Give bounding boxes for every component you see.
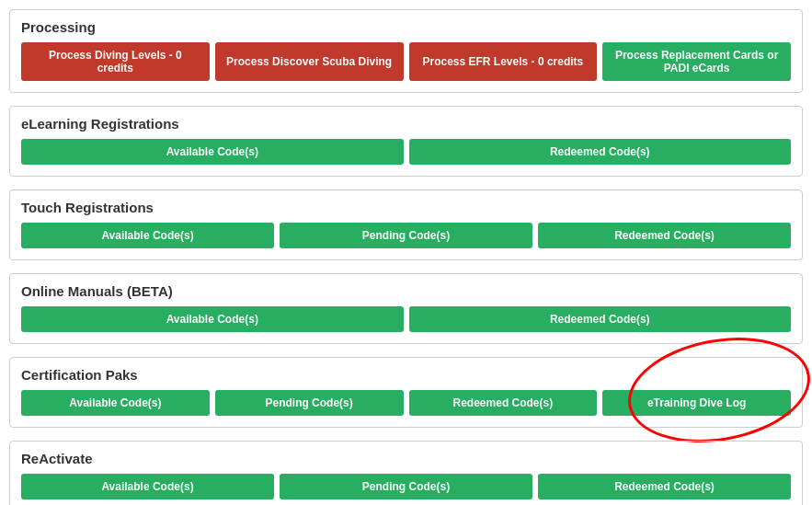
btn-row-online-manuals: Available Code(s)Redeemed Code(s) xyxy=(21,306,791,332)
section-title-reactivate: ReActivate xyxy=(21,451,791,466)
reactivate-pending-codes-btn[interactable]: Pending Code(s) xyxy=(280,474,532,499)
process-efr-levels-btn[interactable]: Process EFR Levels - 0 credits xyxy=(409,42,598,81)
section-title-certification-paks: Certification Paks xyxy=(21,367,791,383)
touch-available-codes-btn[interactable]: Available Code(s) xyxy=(21,223,274,248)
section-title-elearning: eLearning Registrations xyxy=(21,116,791,132)
btn-row-elearning: Available Code(s)Redeemed Code(s) xyxy=(21,139,791,165)
certpaks-pending-codes-btn[interactable]: Pending Code(s) xyxy=(215,390,404,416)
btn-row-reactivate: Available Code(s)Pending Code(s)Redeemed… xyxy=(21,474,791,499)
elearning-redeemed-codes-btn[interactable]: Redeemed Code(s) xyxy=(409,139,792,165)
section-online-manuals: Online Manuals (BETA)Available Code(s)Re… xyxy=(9,273,803,344)
section-processing: ProcessingProcess Diving Levels - 0 cred… xyxy=(9,9,803,93)
reactivate-redeemed-codes-btn[interactable]: Redeemed Code(s) xyxy=(538,474,791,499)
section-title-touch: Touch Registrations xyxy=(21,200,791,215)
process-diving-levels-btn[interactable]: Process Diving Levels - 0 credits xyxy=(21,42,210,81)
touch-pending-codes-btn[interactable]: Pending Code(s) xyxy=(280,223,532,248)
process-replacement-cards-btn[interactable]: Process Replacement Cards or PADI eCards xyxy=(602,42,791,81)
section-title-online-manuals: Online Manuals (BETA) xyxy=(21,283,791,299)
section-title-processing: Processing xyxy=(21,19,791,35)
manuals-redeemed-codes-btn[interactable]: Redeemed Code(s) xyxy=(409,306,792,332)
section-certification-paks: Certification PaksAvailable Code(s)Pendi… xyxy=(9,357,803,428)
section-elearning: eLearning RegistrationsAvailable Code(s)… xyxy=(9,106,803,177)
certpaks-available-codes-btn[interactable]: Available Code(s) xyxy=(21,390,210,416)
reactivate-available-codes-btn[interactable]: Available Code(s) xyxy=(21,474,274,499)
page-wrapper: ProcessingProcess Diving Levels - 0 cred… xyxy=(0,0,812,505)
elearning-available-codes-btn[interactable]: Available Code(s) xyxy=(21,139,404,165)
section-touch: Touch RegistrationsAvailable Code(s)Pend… xyxy=(9,189,803,260)
btn-row-touch: Available Code(s)Pending Code(s)Redeemed… xyxy=(21,223,791,248)
btn-row-processing: Process Diving Levels - 0 creditsProcess… xyxy=(21,42,791,81)
touch-redeemed-codes-btn[interactable]: Redeemed Code(s) xyxy=(538,223,791,248)
certpaks-etraining-dive-log-btn[interactable]: eTraining Dive Log xyxy=(602,390,791,416)
btn-row-certification-paks: Available Code(s)Pending Code(s)Redeemed… xyxy=(21,390,791,416)
process-discover-scuba-btn[interactable]: Process Discover Scuba Diving xyxy=(215,42,404,81)
section-reactivate: ReActivateAvailable Code(s)Pending Code(… xyxy=(9,441,803,505)
manuals-available-codes-btn[interactable]: Available Code(s) xyxy=(21,306,404,332)
certpaks-redeemed-codes-btn[interactable]: Redeemed Code(s) xyxy=(409,390,598,416)
